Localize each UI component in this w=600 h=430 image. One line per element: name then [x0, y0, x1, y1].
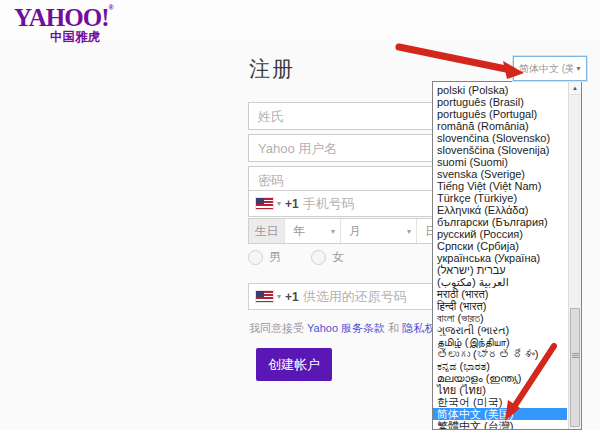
- language-option[interactable]: 한국어 (미국): [433, 396, 567, 408]
- chevron-down-icon: ▼: [575, 65, 582, 72]
- annotation-arrow-top: [399, 47, 524, 79]
- last-name-input[interactable]: [248, 102, 445, 130]
- language-option[interactable]: தமிழ் (இந்தியா): [433, 336, 567, 348]
- language-option[interactable]: বাংলা (ভারত): [433, 312, 567, 324]
- male-radio-icon[interactable]: [248, 250, 263, 265]
- language-option[interactable]: हिन्दी (भारत): [433, 300, 567, 312]
- language-option[interactable]: slovenčina (Slovensko): [433, 132, 567, 144]
- yahoo-logo[interactable]: YAHOO!® 中国雅虎: [14, 4, 114, 46]
- language-option[interactable]: עברית (ישראל): [433, 264, 567, 276]
- gender-field: 男 女: [248, 249, 344, 266]
- us-flag-icon[interactable]: [256, 198, 273, 209]
- year-caret-icon: ▾: [331, 227, 335, 236]
- language-options-container: polski (Polska)português (Brasil)portugu…: [433, 84, 567, 430]
- language-selector-value: 简体中文 (美国): [519, 62, 573, 76]
- language-option[interactable]: తెలుగు (భారత దేశం): [433, 348, 567, 360]
- birth-month-select[interactable]: 月 ▾: [340, 219, 416, 243]
- language-option[interactable]: العربية (مكتوب): [433, 276, 567, 288]
- language-option[interactable]: ไทย (ไทย): [433, 384, 567, 396]
- female-label: 女: [332, 249, 344, 266]
- scrollbar-thumb[interactable]: [570, 308, 580, 427]
- language-option[interactable]: मराठी (भारत): [433, 288, 567, 300]
- language-option[interactable]: português (Brasil): [433, 96, 567, 108]
- country-caret-icon[interactable]: ▾: [277, 199, 281, 208]
- language-option[interactable]: română (România): [433, 120, 567, 132]
- dropdown-scrollbar[interactable]: ▲: [568, 82, 581, 429]
- agreement-prefix: 我同意接受: [249, 322, 307, 334]
- language-option[interactable]: Türkçe (Türkiye): [433, 192, 567, 204]
- phone-number-input[interactable]: [303, 196, 437, 211]
- month-caret-icon: ▾: [407, 227, 411, 236]
- language-option[interactable]: Tiếng Việt (Việt Nam): [433, 180, 567, 192]
- language-option[interactable]: русский (Россия): [433, 228, 567, 240]
- page-title: 注册: [249, 55, 295, 83]
- country-code-label: +1: [285, 197, 299, 211]
- language-option[interactable]: ಕನ್ನಡ (ಭಾರತ): [433, 360, 567, 372]
- language-option[interactable]: slovenščina (Slovenija): [433, 144, 567, 156]
- gender-male-option[interactable]: 男: [248, 249, 281, 266]
- terms-of-service-link[interactable]: Yahoo 服务条款: [307, 322, 385, 334]
- language-option[interactable]: português (Portugal): [433, 108, 567, 120]
- scrollbar-grip-icon: [572, 353, 579, 358]
- language-option[interactable]: suomi (Suomi): [433, 156, 567, 168]
- birthday-field: 生日 年 ▾ 月 ▾ 日: [248, 218, 445, 244]
- phone-field: ▾ +1: [248, 190, 445, 217]
- birth-year-value: 年: [293, 223, 305, 240]
- country-caret-icon[interactable]: ▾: [277, 292, 281, 301]
- birthday-label: 生日: [249, 219, 284, 243]
- language-option[interactable]: മലയാളം (ഇന്ത്യ): [433, 372, 567, 384]
- language-option[interactable]: Ελληνικά (Ελλάδα): [433, 204, 567, 216]
- language-selector[interactable]: 简体中文 (美国) ▼: [513, 56, 587, 81]
- create-account-button[interactable]: 创建帐户: [256, 348, 332, 381]
- language-dropdown-list: polski (Polska)português (Brasil)portugu…: [432, 81, 582, 430]
- language-option[interactable]: 繁體中文 (台灣): [433, 420, 567, 430]
- language-option[interactable]: български (България): [433, 216, 567, 228]
- birth-month-value: 月: [349, 223, 361, 240]
- male-label: 男: [269, 249, 281, 266]
- country-code-label: +1: [285, 290, 299, 304]
- language-option[interactable]: polski (Polska): [433, 84, 567, 96]
- language-option[interactable]: Српски (Србија): [433, 240, 567, 252]
- birth-year-select[interactable]: 年 ▾: [284, 219, 340, 243]
- yahoo-wordmark: YAHOO!: [14, 4, 108, 31]
- scroll-up-icon[interactable]: ▲: [569, 82, 581, 95]
- us-flag-icon[interactable]: [256, 291, 273, 302]
- recovery-phone-input[interactable]: [303, 289, 437, 304]
- female-radio-icon[interactable]: [311, 250, 326, 265]
- username-input[interactable]: [248, 134, 445, 162]
- recovery-phone-field: ▾ +1: [248, 283, 445, 310]
- language-option[interactable]: українська (Україна): [433, 252, 567, 264]
- language-option[interactable]: 简体中文 (美国): [433, 408, 567, 420]
- language-option[interactable]: svenska (Sverige): [433, 168, 567, 180]
- registered-mark-icon: ®: [108, 4, 113, 11]
- gender-female-option[interactable]: 女: [311, 249, 344, 266]
- agreement-conjunction: 和: [385, 322, 402, 334]
- language-option[interactable]: ગુજરાતી (ભારત): [433, 324, 567, 336]
